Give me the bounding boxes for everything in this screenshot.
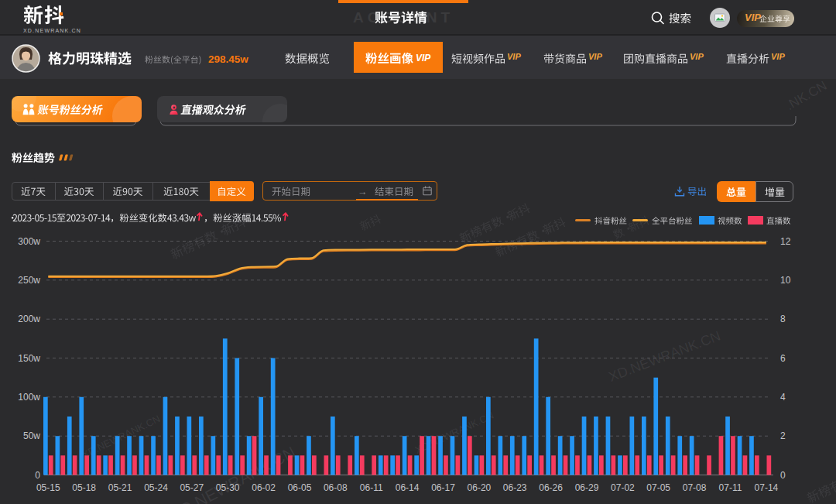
svg-text:2: 2 [780, 430, 786, 441]
svg-text:07-02: 07-02 [611, 482, 635, 493]
svg-text:06-05: 06-05 [288, 482, 312, 493]
svg-text:06-08: 06-08 [324, 482, 348, 493]
svg-text:10: 10 [780, 275, 791, 286]
svg-text:06-11: 06-11 [360, 482, 383, 493]
svg-text:100w: 100w [18, 392, 40, 403]
svg-text:05-30: 05-30 [216, 482, 240, 493]
svg-text:07-08: 07-08 [683, 482, 707, 493]
svg-text:250w: 250w [18, 275, 40, 286]
svg-text:06-14: 06-14 [396, 482, 420, 493]
svg-text:300w: 300w [18, 236, 40, 247]
svg-text:50w: 50w [23, 430, 40, 441]
svg-text:05-18: 05-18 [72, 482, 96, 493]
svg-text:05-15: 05-15 [36, 482, 60, 493]
svg-text:05-21: 05-21 [108, 482, 132, 493]
svg-text:06-23: 06-23 [503, 482, 527, 493]
svg-text:07-05: 07-05 [646, 482, 670, 493]
svg-text:06-02: 06-02 [252, 482, 276, 493]
svg-text:06-26: 06-26 [539, 482, 563, 493]
svg-text:200w: 200w [18, 314, 40, 324]
svg-text:06-20: 06-20 [468, 482, 492, 493]
svg-text:6: 6 [780, 353, 786, 364]
svg-text:0: 0 [35, 470, 40, 481]
svg-text:12: 12 [780, 236, 791, 247]
svg-text:07-14: 07-14 [755, 482, 779, 493]
svg-text:05-24: 05-24 [144, 482, 168, 493]
svg-text:4: 4 [780, 392, 786, 403]
svg-text:07-11: 07-11 [719, 482, 742, 493]
svg-text:8: 8 [780, 314, 786, 324]
svg-text:06-29: 06-29 [575, 482, 599, 493]
svg-text:05-27: 05-27 [180, 482, 204, 493]
svg-text:150w: 150w [18, 353, 40, 364]
svg-text:0: 0 [780, 470, 786, 481]
svg-text:06-17: 06-17 [431, 482, 455, 493]
